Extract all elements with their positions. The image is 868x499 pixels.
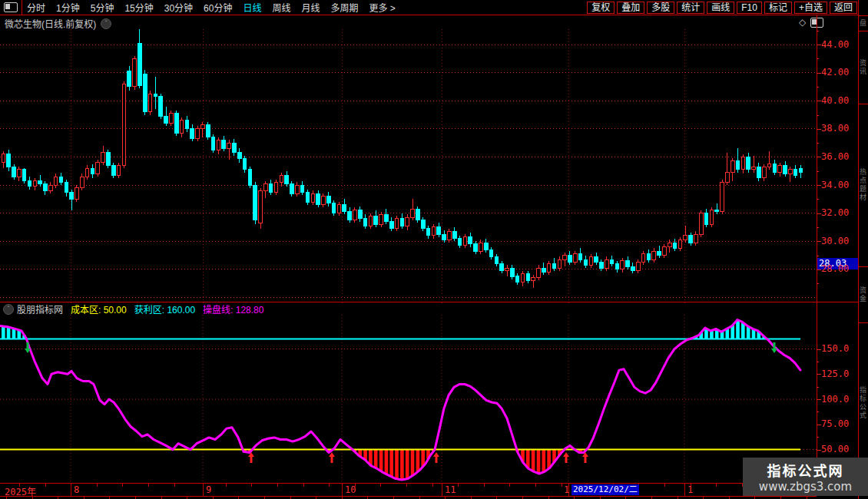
strip-section-label[interactable]: 盘口 [859,17,868,29]
indicator-axis-tick [817,399,821,400]
month-label: 1 [564,484,569,495]
price-axis-minor-tick [817,31,819,31]
price-axis-minor-tick [817,227,819,228]
price-axis-minor-tick [817,283,819,284]
period-tab[interactable]: 1分钟 [56,1,80,14]
price-axis-label: 34.00 [821,180,849,190]
price-axis-tick [817,157,821,157]
week-tick [716,484,717,487]
indicator-axis-label: 150.0 [821,343,849,354]
price-axis-minor-tick [817,171,819,172]
buy-arrow-icon [582,452,588,463]
week-tick [484,484,485,487]
month-label: 9 [206,484,211,495]
toolbar-button[interactable]: 叠加 [617,2,644,14]
strip-divider [859,104,868,104]
indicator-param: 获利区: 160.00 [134,302,195,316]
price-axis-tick [817,101,821,101]
toolbar-button[interactable]: 标记 [764,2,792,14]
month-label: 1 [687,484,693,495]
indicator-gridlines [0,349,817,450]
week-tick [329,484,330,487]
price-axis-tick [817,185,821,186]
buy-arrow-icon [563,452,569,463]
price-axis-label: 42.00 [821,67,849,78]
week-tick [45,484,46,487]
week-tick [122,484,123,487]
indicator-source-label[interactable]: 股朋指标网 [17,302,63,316]
buy-arrow-icon [433,452,439,463]
price-axis-label: 28.00 [821,263,849,274]
indicator-header: ˇ 股朋指标网 成本区: 50.00获利区: 160.00操盘线: 128.80 [3,303,263,315]
watermark-url: www.zbgs3.com [743,480,868,494]
price-axis-label: 40.00 [821,95,849,106]
price-axis-label: 36.00 [821,151,849,162]
indicator-axis-minor-tick [817,437,819,438]
year-label: 2025年 [5,484,36,497]
toolbar-button[interactable]: +自选 [794,2,827,14]
date-axis[interactable]: 2025年891011112025/12/02/二 [0,483,817,497]
strip-section-label[interactable]: 资金 [859,268,868,321]
week-tick [458,484,459,487]
period-tab[interactable]: 多周期 [331,1,359,14]
period-tab[interactable]: 30分钟 [164,1,193,14]
period-tabs: 分时1分钟5分钟15分钟30分钟60分钟日线周线月线多周期更多 > [27,1,406,14]
price-axis-label: 38.00 [821,123,849,134]
week-tick [562,484,562,487]
period-tab[interactable]: 更多 > [369,1,396,14]
period-tab[interactable]: 15分钟 [124,1,153,14]
window-layout-button[interactable] [0,0,22,15]
toolbar-right-buttons: 复权叠加多股统计画线F10标记+自选返回 [585,2,857,14]
strip-section-label[interactable]: 资讯 [859,32,868,102]
toolbar-button[interactable]: 多股 [647,2,674,14]
watermark: 指标公式网 www.zbgs3.com [743,458,868,496]
month-label: 10 [345,484,356,495]
week-tick [148,484,149,487]
crosshair-date-badge: 2025/12/02/二 [571,484,639,495]
period-tab[interactable]: 周线 [272,1,290,14]
indicator-axis-minor-tick [817,387,819,388]
diamond-icon[interactable]: ◇ [799,17,806,28]
price-axis-tick [817,269,821,270]
indicator-chart[interactable] [0,315,817,483]
week-tick [664,484,665,487]
chart-window-icons: ◇ [799,17,823,28]
toolbar-button[interactable]: 复权 [587,2,615,14]
toolbar-button[interactable]: F10 [737,2,762,14]
main-candlestick-chart[interactable] [0,29,817,303]
indicator-axis-label: 50.00 [821,444,849,454]
week-tick [535,484,536,487]
strip-divider [859,15,868,16]
indicator-axis-label: 75.00 [821,418,849,429]
month-tick [71,484,71,496]
month-label: 11 [445,484,456,495]
chevron-down-icon[interactable]: ˇ [3,304,14,315]
price-axis-minor-tick [817,256,819,256]
period-tab[interactable]: 月线 [302,1,320,14]
right-side-strip[interactable]: 盘口资讯热点题材资金指标公式 [858,0,868,499]
candles [2,29,803,288]
indicator-param: 操盘线: 128.80 [203,302,263,316]
strip-section-label[interactable]: 热点题材 [859,105,868,265]
price-axis-tick [817,129,821,130]
week-tick [509,484,510,487]
indicator-param: 成本区: 50.00 [71,302,127,316]
operation-line-curve [0,320,800,480]
top-toolbar: 分时1分钟5分钟15分钟30分钟60分钟日线周线月线多周期更多 > 复权叠加多股… [0,0,868,15]
signal-arrows [25,342,777,463]
period-tab[interactable]: 日线 [243,1,261,14]
period-tab[interactable]: 分时 [27,1,45,14]
week-tick [380,484,381,487]
toolbar-button[interactable]: 画线 [707,2,734,14]
toolbar-button[interactable]: 返回 [830,2,857,14]
indicator-axis-tick [817,425,821,425]
toolbar-button[interactable]: 统计 [677,2,704,14]
price-axis-tick [817,73,821,74]
indicator-axis-label: 100.0 [821,394,849,405]
chevron-down-icon[interactable]: ˇ [101,18,111,29]
week-tick [97,484,98,487]
period-tab[interactable]: 5分钟 [91,1,114,14]
price-axis-tick [817,213,821,214]
period-tab[interactable]: 60分钟 [204,1,232,14]
week-tick [406,484,407,487]
